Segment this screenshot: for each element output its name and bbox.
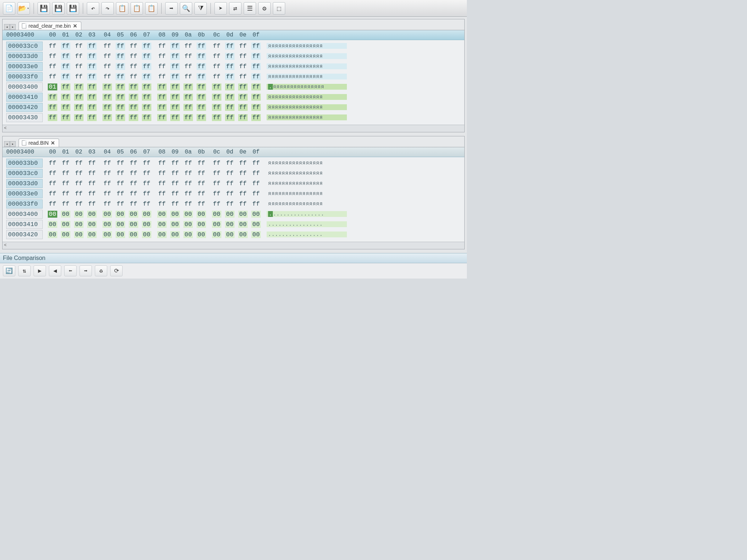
hex-byte[interactable]: ff [225,94,235,101]
hex-byte[interactable]: ff [157,63,167,70]
hex-byte[interactable]: 00 [102,211,112,218]
hex-byte[interactable]: ff [116,160,125,167]
hex-byte[interactable]: ff [102,180,112,187]
hex-byte[interactable]: ff [102,170,112,177]
hex-byte[interactable]: ff [142,63,151,70]
hex-byte[interactable]: ff [74,201,84,207]
hex-byte[interactable]: ff [183,190,193,197]
hex-byte[interactable]: ff [142,180,151,187]
hex-byte[interactable]: ff [251,43,261,50]
hex-byte[interactable]: ff [225,170,235,177]
hex-byte[interactable]: ff [225,104,235,111]
hex-byte[interactable]: 00 [251,231,261,238]
hex-byte[interactable]: ff [251,180,261,187]
hex-byte[interactable]: ff [212,170,221,177]
hex-byte[interactable]: ff [197,180,206,187]
hex-byte[interactable]: ff [129,160,138,167]
hex-byte[interactable]: ff [48,180,57,187]
sync-icon[interactable]: 🔄 [3,265,15,276]
hex-byte[interactable]: ff [116,170,125,177]
hex-byte[interactable]: ff [48,53,57,60]
hex-byte[interactable]: ff [87,43,97,50]
hex-byte[interactable]: ff [183,63,193,70]
hex-byte[interactable]: ff [183,94,193,101]
hex-byte[interactable]: ff [74,63,84,70]
hex-byte[interactable]: ff [87,104,97,111]
hex-byte[interactable]: ff [251,53,261,60]
hex-byte[interactable]: ff [170,53,180,60]
hex-byte[interactable]: ff [183,43,193,50]
hex-byte[interactable]: ff [116,190,125,197]
tool1-icon[interactable]: ⚙ [258,2,271,15]
hex-byte[interactable]: ff [157,114,167,121]
hex-row[interactable]: 000033f0ffffffffffffffffffffffffffffffff… [6,199,461,209]
save-icon[interactable]: 💾 [38,2,50,15]
hex-byte[interactable]: ff [238,73,248,80]
hex-byte[interactable]: ff [61,114,70,121]
redo-icon[interactable]: ↷ [101,2,114,15]
hex-byte[interactable]: ff [197,104,206,111]
hex-body-top[interactable]: 000033c0ffffffffffffffffffffffffffffffff… [3,40,464,125]
hex-row[interactable]: 00003420ffffffffffffffffffffffffffffffff… [6,102,461,112]
hex-byte[interactable]: 00 [183,221,193,228]
hex-byte[interactable]: ff [61,170,70,177]
hex-byte[interactable]: 00 [61,231,70,238]
hex-byte[interactable]: 00 [197,231,206,238]
hex-byte[interactable]: ff [129,83,138,90]
hex-byte[interactable]: ff [116,104,125,111]
hex-row[interactable]: 000033e0ffffffffffffffffffffffffffffffff… [6,61,461,71]
hex-byte[interactable]: ff [197,94,206,101]
hex-row[interactable]: 000033f0ffffffffffffffffffffffffffffffff… [6,71,461,82]
hex-byte[interactable]: ff [157,190,167,197]
hex-body-bottom[interactable]: 000033b0ffffffffffffffffffffffffffffffff… [3,157,464,242]
hex-byte[interactable]: 00 [102,231,112,238]
hex-byte[interactable]: ff [238,94,248,101]
hex-byte[interactable]: 00 [170,221,180,228]
hex-byte[interactable]: ff [48,73,57,80]
hex-byte[interactable]: 00 [225,231,235,238]
hex-byte[interactable]: ff [251,73,261,80]
hex-row[interactable]: 000033d0ffffffffffffffffffffffffffffffff… [6,178,461,188]
hex-byte[interactable]: ff [61,201,70,207]
hex-byte[interactable]: ff [74,53,84,60]
hex-byte[interactable]: ff [61,104,70,111]
hex-byte[interactable]: ff [251,63,261,70]
hex-byte[interactable]: 00 [48,221,57,228]
hex-byte[interactable]: ff [251,160,261,167]
hex-byte[interactable]: ff [61,83,70,90]
hex-byte[interactable]: ff [212,180,221,187]
hex-byte[interactable]: ff [225,114,235,121]
hex-byte[interactable]: ff [225,63,235,70]
hex-byte[interactable]: ff [238,170,248,177]
open-file-icon[interactable]: 📂 [18,2,30,15]
hex-byte[interactable]: 00 [251,211,261,218]
hex-byte[interactable]: ff [129,190,138,197]
hex-byte[interactable]: ff [225,160,235,167]
cut-icon[interactable]: 📋 [145,2,158,15]
hex-byte[interactable]: ff [225,43,235,50]
hex-byte[interactable]: 00 [183,211,193,218]
hex-byte[interactable]: ff [61,94,70,101]
new-file-icon[interactable]: 📄 [3,2,15,15]
hex-byte[interactable]: 00 [197,211,206,218]
hex-byte[interactable]: ff [102,73,112,80]
hex-byte[interactable]: ff [142,104,151,111]
hex-row[interactable]: 00003410ffffffffffffffffffffffffffffffff… [6,92,461,102]
hex-byte[interactable]: 00 [238,231,248,238]
hex-byte[interactable]: ff [183,73,193,80]
hex-byte[interactable]: 00 [212,231,221,238]
hex-row[interactable]: 0000342000000000000000000000000000000000… [6,229,461,240]
hex-byte[interactable]: ff [74,114,84,121]
hex-byte[interactable]: ff [116,63,125,70]
hex-byte[interactable]: ff [251,201,261,207]
hex-byte[interactable]: ff [197,63,206,70]
hex-byte[interactable]: 00 [87,211,97,218]
prev-diff-icon[interactable]: ◀ [49,265,61,276]
hex-byte[interactable]: ff [197,83,206,90]
refresh-icon[interactable]: ⟳ [110,265,123,276]
hex-byte[interactable]: ff [102,43,112,50]
hex-byte[interactable]: ff [116,53,125,60]
hex-byte[interactable]: 01 [48,83,57,90]
hex-row[interactable]: 0000340000000000000000000000000000000000… [6,209,461,219]
hex-byte[interactable]: ff [87,114,97,121]
